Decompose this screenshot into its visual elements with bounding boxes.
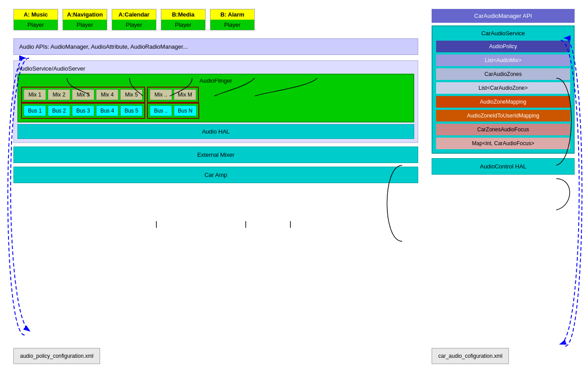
bus-dotdot: Bus ..: [150, 105, 172, 116]
mix-m: Mix M: [174, 89, 196, 100]
bus-5: Bus 5: [120, 105, 143, 116]
mix-row: Mix 1 Mix 2 Mix 3 Mix 4 Mix 5 Mix .. Mix…: [21, 87, 411, 103]
bus-3: Bus 3: [72, 105, 94, 116]
app-title-media: B:Media: [161, 9, 205, 20]
mix-5: Mix 5: [120, 89, 143, 100]
car-audio-service-label: CarAudioService: [436, 30, 570, 37]
car-amp-box: Car Amp: [13, 167, 418, 183]
bus-row: Bus 1 Bus 2 Bus 3 Bus 4 Bus 5 Bus .. Bus…: [21, 103, 411, 119]
car-audio-service-outer: CarAudioService AudioPolicy List<AudioMi…: [432, 25, 575, 154]
audioservice-label: AudioService/AudioServer: [17, 64, 414, 73]
app-player-music: Player: [14, 20, 58, 30]
car-zones-audio-focus-box: CarZonesAudioFocus: [436, 124, 570, 135]
mix-1: Mix 1: [24, 89, 46, 100]
left-panel: A: Music Player A:Navigation Player A:Ca…: [13, 9, 418, 364]
audio-policy-box: AudioPolicy: [436, 41, 570, 52]
app-player-calendar: Player: [112, 20, 156, 30]
mix-group-1: Mix 1 Mix 2 Mix 3 Mix 4 Mix 5: [21, 87, 145, 103]
app-block-media: B:Media Player: [161, 9, 206, 30]
bus-group-2: Bus .. Bus N: [147, 103, 199, 119]
external-mixer-box: External Mixer: [13, 147, 418, 163]
app-block-music: A: Music Player: [13, 9, 58, 30]
audio-control-hal-box: AudioControl HAL: [432, 158, 575, 175]
mix-2: Mix 2: [48, 89, 70, 100]
bus-n: Bus N: [174, 105, 197, 116]
app-player-alarm: Player: [210, 20, 254, 30]
app-row: A: Music Player A:Navigation Player A:Ca…: [13, 9, 418, 30]
audio-hal-box: Audio HAL: [17, 124, 414, 139]
audioflinger-box: AudioFlinger Mix 1 Mix 2 Mix 3 Mix 4 Mix…: [17, 74, 414, 122]
xml-box-left: audio_policy_configuration.xml: [13, 348, 100, 364]
app-block-calendar: A:Calendar Player: [112, 9, 156, 30]
bus-2: Bus 2: [48, 105, 70, 116]
list-audio-mix-box: List<AudioMix>: [436, 54, 570, 66]
mix-dotdot: Mix ..: [150, 89, 172, 100]
app-title-navigation: A:Navigation: [63, 9, 107, 20]
app-block-alarm: B: Alarm Player: [210, 9, 255, 30]
audioservice-wrapper: AudioService/AudioServer AudioFlinger Mi…: [13, 60, 418, 143]
app-player-navigation: Player: [63, 20, 107, 30]
xml-box-right: car_audio_cofiguration.xml: [432, 348, 509, 364]
right-panel: CarAudioManager API CarAudioService Audi…: [432, 9, 575, 364]
audio-zone-id-mapping-box: AudioZoneIdToUserIdMapping: [436, 110, 570, 122]
list-car-audio-zone-box: List<CarAudioZone>: [436, 82, 570, 94]
app-title-music: A: Music: [14, 9, 58, 20]
mix-group-2: Mix .. Mix M: [147, 87, 199, 103]
app-title-calendar: A:Calendar: [112, 9, 156, 20]
audio-zone-mapping-box: AudioZoneMapping: [436, 96, 570, 108]
bus-group-1: Bus 1 Bus 2 Bus 3 Bus 4 Bus 5: [21, 103, 145, 119]
app-title-alarm: B: Alarm: [210, 9, 254, 20]
car-audio-zones-box: CarAudioZones: [436, 68, 570, 80]
map-int-car-audio-focus-box: Map<int, CarAudioFocus>: [436, 138, 570, 149]
app-player-media: Player: [161, 20, 205, 30]
car-audio-manager-api: CarAudioManager API: [432, 9, 575, 23]
audioflinger-label: AudioFlinger: [21, 77, 411, 84]
mix-4: Mix 4: [96, 89, 118, 100]
bus-4: Bus 4: [96, 105, 118, 116]
app-block-navigation: A:Navigation Player: [63, 9, 107, 30]
mix-3: Mix 3: [72, 89, 94, 100]
audio-apis-box: Audio APIs: AudioManager, AudioAttribute…: [13, 38, 418, 55]
bus-1: Bus 1: [24, 105, 46, 116]
